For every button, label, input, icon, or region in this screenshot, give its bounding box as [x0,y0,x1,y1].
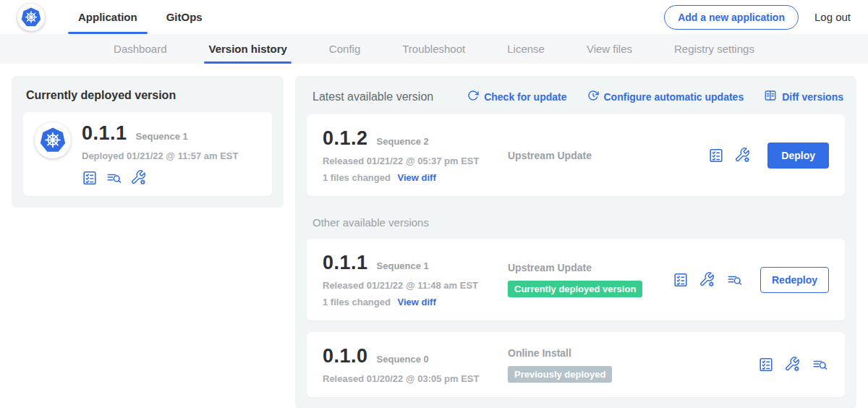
version-number: 0.1.0 [323,345,368,367]
redeploy-button[interactable]: Redeploy [760,267,829,293]
diff-icon [764,89,777,104]
current-deployed-date: Deployed 01/21/22 @ 11:57 am EST [82,150,238,161]
check-for-update-label: Check for update [484,91,566,103]
config-icon[interactable] [735,148,751,163]
previously-deployed-badge: Previously deployed [508,366,612,383]
kubernetes-logo-icon [17,4,45,31]
deploy-logs-icon[interactable] [812,357,829,373]
deploy-logs-icon[interactable] [726,272,744,288]
currently-deployed-title: Currently deployed version [26,89,272,102]
preflight-checks-icon[interactable] [758,357,774,373]
top-navbar: Application GitOps Add a new application… [0,0,868,34]
tab-license[interactable]: License [507,34,545,64]
configure-automatic-updates-label: Configure automatic updates [604,91,744,103]
released-date: Released 01/20/22 @ 03:05 pm EST [323,373,508,384]
version-source-label: Upstream Update [508,150,708,161]
version-card-0-1-2: 0.1.2 Sequence 2 Released 01/21/22 @ 05:… [307,114,845,196]
nav-tab-gitops[interactable]: GitOps [166,0,203,34]
sequence-label: Sequence 1 [377,260,429,271]
tab-registry-settings[interactable]: Registry settings [674,34,754,64]
tab-troubleshoot[interactable]: Troubleshoot [402,34,465,64]
tab-dashboard[interactable]: Dashboard [114,34,166,64]
preflight-checks-icon[interactable] [82,170,98,186]
view-diff-link[interactable]: View diff [398,297,436,307]
tab-view-files[interactable]: View files [587,34,632,64]
app-subnav: Dashboard Version history Config Trouble… [0,34,868,64]
preflight-checks-icon[interactable] [708,148,724,163]
version-card-0-1-1: 0.1.1 Sequence 1 Released 01/21/22 @ 11:… [307,239,845,320]
current-sequence-label: Sequence 1 [136,131,188,142]
currently-deployed-badge: Currently deployed version [508,281,642,297]
other-versions-title: Other available versions [312,216,843,229]
add-application-button[interactable]: Add a new application [664,5,799,30]
released-date: Released 01/21/22 @ 05:37 pm EST [323,156,508,166]
nav-tab-application[interactable]: Application [78,0,137,34]
sequence-label: Sequence 2 [377,136,429,147]
files-changed-label: 1 files changed [323,297,391,307]
view-diff-link[interactable]: View diff [398,172,436,183]
version-source-label: Upstream Update [508,262,673,273]
diff-versions-label: Diff versions [782,91,843,103]
config-icon[interactable] [699,272,715,288]
tab-config[interactable]: Config [329,34,360,64]
check-for-update-link[interactable]: Check for update [467,90,566,103]
config-icon[interactable] [131,170,147,186]
version-number: 0.1.1 [323,252,368,274]
current-version-number: 0.1.1 [82,122,127,145]
version-history-panel: Latest available version Check for updat… [295,76,856,408]
deploy-button[interactable]: Deploy [767,143,829,169]
released-date: Released 01/21/22 @ 11:48 am EST [323,280,508,291]
tab-version-history[interactable]: Version history [208,34,286,64]
deploy-logs-icon[interactable] [106,170,123,186]
files-changed-label: 1 files changed [323,172,391,183]
version-card-0-1-0: 0.1.0 Sequence 0 Released 01/20/22 @ 03:… [307,332,845,397]
logout-button[interactable]: Log out [814,11,851,23]
auto-update-icon [587,90,599,103]
currently-deployed-card: 0.1.1 Sequence 1 Deployed 01/21/22 @ 11:… [23,112,272,196]
configure-automatic-updates-link[interactable]: Configure automatic updates [587,90,744,103]
version-source-label: Online Install [508,347,758,359]
diff-versions-link[interactable]: Diff versions [764,89,843,104]
config-icon[interactable] [785,357,801,373]
main-content: Currently deployed version 0.1.1 Sequenc… [0,64,868,408]
refresh-icon [467,90,479,103]
latest-available-title: Latest available version [312,90,447,103]
sequence-label: Sequence 0 [377,354,429,365]
currently-deployed-panel: Currently deployed version 0.1.1 Sequenc… [12,76,284,208]
preflight-checks-icon[interactable] [673,272,689,288]
app-logo-icon [35,122,71,158]
version-number: 0.1.2 [323,127,368,150]
